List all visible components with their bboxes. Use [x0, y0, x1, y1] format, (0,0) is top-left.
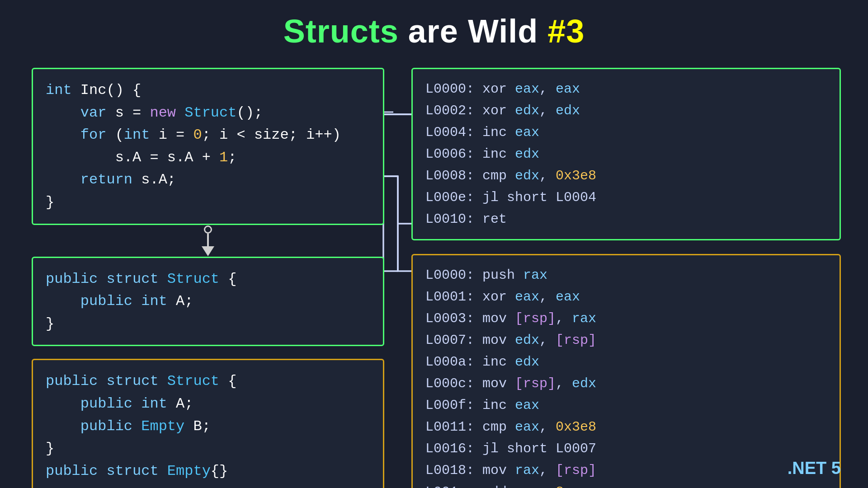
asm-box-top: L0000: xor eax, eax L0002: xor edx, edx …: [411, 68, 841, 240]
asm-bot-pre: L0000: push rax L0001: xor eax, eax L000…: [425, 264, 827, 488]
arrow-head: [202, 246, 214, 256]
code-struct-simple-pre: public struct Struct { public int A; }: [46, 268, 370, 335]
asm-top-pre: L0000: xor eax, eax L0002: xor edx, edx …: [425, 78, 827, 230]
title-structs: Structs: [283, 13, 399, 49]
code-box-struct-simple: public struct Struct { public int A; }: [32, 257, 384, 347]
code-box-struct-empty: public struct Struct { public int A; pub…: [32, 359, 384, 488]
code-box-inc: int Inc() { var s = new Struct(); for (i…: [32, 68, 384, 225]
code-struct-empty-pre: public struct Struct { public int A; pub…: [46, 370, 370, 482]
right-column: L0000: xor eax, eax L0002: xor edx, edx …: [411, 68, 841, 488]
asm-box-bot: L0000: push rax L0001: xor eax, eax L000…: [411, 254, 841, 488]
title-num: #3: [547, 13, 585, 49]
arrow-shaft: [207, 234, 209, 246]
left-column: int Inc() { var s = new Struct(); for (i…: [32, 68, 384, 488]
down-arrow: [32, 225, 384, 257]
main-content: int Inc() { var s = new Struct(); for (i…: [0, 54, 868, 488]
arrow-circle: [204, 225, 212, 234]
page-title: Structs are Wild #3: [0, 0, 868, 50]
dotnet-badge: .NET 5: [788, 459, 841, 478]
arrow-down-shape: [202, 225, 214, 256]
code-inc-pre: int Inc() { var s = new Struct(); for (i…: [46, 79, 370, 214]
title-are-wild: are Wild: [399, 13, 547, 49]
